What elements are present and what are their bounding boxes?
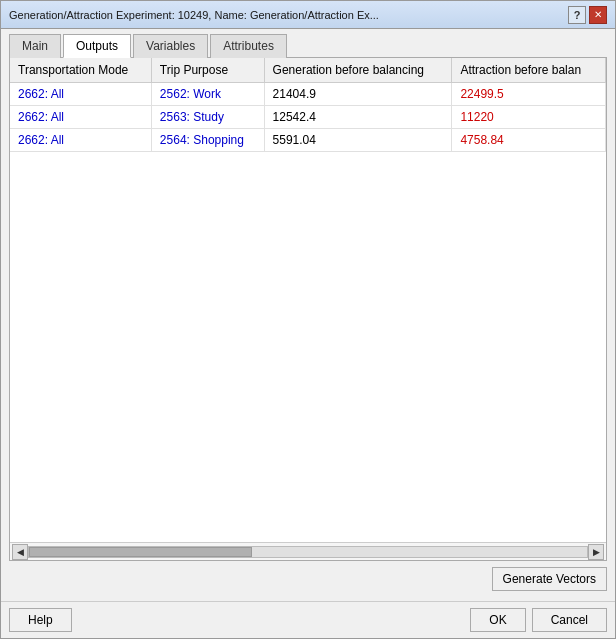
cell-purpose-0: 2562: Work — [151, 83, 264, 106]
horizontal-scrollbar[interactable] — [28, 546, 588, 558]
cell-generation-0: 21404.9 — [264, 83, 452, 106]
help-icon-button[interactable]: ? — [568, 6, 586, 24]
tab-variables[interactable]: Variables — [133, 34, 208, 58]
title-bar-controls: ? ✕ — [568, 6, 607, 24]
col-header-purpose: Trip Purpose — [151, 58, 264, 83]
cancel-button[interactable]: Cancel — [532, 608, 607, 632]
tab-attributes[interactable]: Attributes — [210, 34, 287, 58]
footer-left: Help — [9, 608, 72, 632]
title-bar: Generation/Attraction Experiment: 10249,… — [1, 1, 615, 29]
tab-outputs[interactable]: Outputs — [63, 34, 131, 58]
content-area: Transportation Mode Trip Purpose Generat… — [9, 57, 607, 561]
footer: Help OK Cancel — [1, 601, 615, 638]
table-header-row: Transportation Mode Trip Purpose Generat… — [10, 58, 606, 83]
cell-generation-2: 5591.04 — [264, 129, 452, 152]
help-button[interactable]: Help — [9, 608, 72, 632]
scrollbar-thumb — [29, 547, 252, 557]
scroll-right-arrow[interactable]: ▶ — [588, 544, 604, 560]
cell-attraction-2: 4758.84 — [452, 129, 606, 152]
footer-right: OK Cancel — [470, 608, 607, 632]
cell-attraction-1: 11220 — [452, 106, 606, 129]
table-container[interactable]: Transportation Mode Trip Purpose Generat… — [10, 58, 606, 542]
cell-purpose-1: 2563: Study — [151, 106, 264, 129]
cell-purpose-2: 2564: Shopping — [151, 129, 264, 152]
scroll-left-arrow[interactable]: ◀ — [12, 544, 28, 560]
col-header-attraction: Attraction before balan — [452, 58, 606, 83]
close-button[interactable]: ✕ — [589, 6, 607, 24]
cell-transport-1: 2662: All — [10, 106, 151, 129]
cell-attraction-0: 22499.5 — [452, 83, 606, 106]
bottom-bar: Generate Vectors — [1, 561, 615, 597]
tab-bar: Main Outputs Variables Attributes — [1, 29, 615, 57]
table-row: 2662: All 2562: Work 21404.9 22499.5 — [10, 83, 606, 106]
table-row: 2662: All 2564: Shopping 5591.04 4758.84 — [10, 129, 606, 152]
window-title: Generation/Attraction Experiment: 10249,… — [9, 9, 379, 21]
generate-vectors-button[interactable]: Generate Vectors — [492, 567, 607, 591]
table-row: 2662: All 2563: Study 12542.4 11220 — [10, 106, 606, 129]
cell-transport-2: 2662: All — [10, 129, 151, 152]
ok-button[interactable]: OK — [470, 608, 525, 632]
cell-generation-1: 12542.4 — [264, 106, 452, 129]
data-table: Transportation Mode Trip Purpose Generat… — [10, 58, 606, 152]
tab-main[interactable]: Main — [9, 34, 61, 58]
horizontal-scrollbar-row: ◀ ▶ — [10, 542, 606, 560]
col-header-transport: Transportation Mode — [10, 58, 151, 83]
cell-transport-0: 2662: All — [10, 83, 151, 106]
main-window: Generation/Attraction Experiment: 10249,… — [0, 0, 616, 639]
col-header-generation: Generation before balancing — [264, 58, 452, 83]
